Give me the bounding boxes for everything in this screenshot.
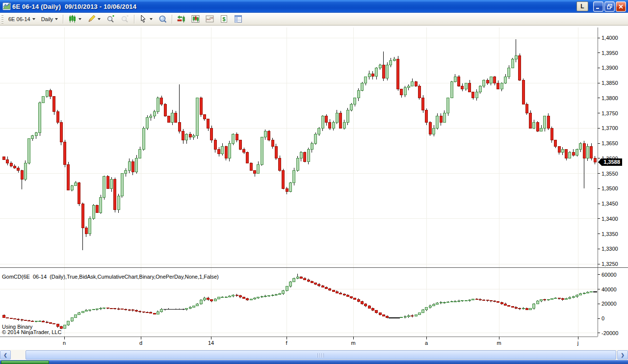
pencil-icon xyxy=(87,15,96,23)
chart-overview-button[interactable] xyxy=(203,14,217,25)
svg-text:a: a xyxy=(425,340,428,346)
drawing-tools-button[interactable] xyxy=(84,14,104,25)
svg-text:j: j xyxy=(577,340,578,346)
market-analyzer-button[interactable] xyxy=(188,14,203,25)
instrument-label: 6E 06-14 xyxy=(8,16,30,22)
toolbar-separator xyxy=(134,15,134,24)
chart-window: 6E 06-14 (Daily) 09/10/2013 - 10/06/2014… xyxy=(0,0,628,364)
last-price-tag: 1,3588 xyxy=(598,158,622,166)
close-button[interactable] xyxy=(616,1,626,12)
chart-canvas[interactable]: 1,40001,39501,39001,38501,38001,37501,37… xyxy=(0,26,628,349)
svg-text:1,3550: 1,3550 xyxy=(602,171,618,177)
data-box-magnifier-icon xyxy=(158,15,167,23)
svg-text:20000: 20000 xyxy=(602,301,617,307)
scroll-right-button[interactable]: ❯ xyxy=(617,350,628,360)
minimize-button[interactable] xyxy=(593,1,603,12)
scrollbar-grip xyxy=(317,353,325,358)
chart-style-button[interactable] xyxy=(65,14,84,25)
properties-grid-icon xyxy=(234,15,242,23)
svg-text:14: 14 xyxy=(208,340,214,346)
chart-area: 1,40001,39501,39001,38501,38001,37501,37… xyxy=(0,26,628,349)
svg-text:1,3900: 1,3900 xyxy=(602,65,618,71)
zoom-out-icon xyxy=(121,15,129,23)
link-window-button[interactable]: L xyxy=(576,1,588,11)
connection-status-indicator xyxy=(1,361,49,364)
dollar-icon: $ xyxy=(220,15,228,23)
price-axis[interactable]: 1,40001,39501,39001,38501,38001,37501,37… xyxy=(0,27,628,337)
svg-text:1,3450: 1,3450 xyxy=(602,201,618,207)
chevron-left-icon: ❮ xyxy=(3,353,7,358)
svg-text:-20000: -20000 xyxy=(602,330,618,336)
svg-text:1,3850: 1,3850 xyxy=(602,80,618,86)
svg-text:1,3650: 1,3650 xyxy=(602,140,618,146)
candlestick-style-icon xyxy=(68,15,77,23)
scroll-left-button[interactable]: ❮ xyxy=(0,350,11,360)
chart-overview-icon xyxy=(206,15,214,23)
chevron-down-icon xyxy=(78,18,81,20)
svg-text:$: $ xyxy=(223,16,226,22)
svg-text:n: n xyxy=(63,340,66,346)
window-bottom-border xyxy=(0,360,628,364)
account-dollar-button[interactable]: $ xyxy=(217,14,231,25)
svg-text:m: m xyxy=(351,340,355,346)
horizontal-scrollbar[interactable]: ❮ ❯ xyxy=(0,349,628,360)
instrument-selector[interactable]: 6E 06-14 xyxy=(5,14,38,25)
market-analyzer-icon xyxy=(191,15,200,23)
svg-text:1,3350: 1,3350 xyxy=(602,231,618,237)
svg-text:1,3800: 1,3800 xyxy=(602,95,618,101)
svg-text:m: m xyxy=(497,340,501,346)
interval-label: Daily xyxy=(41,16,53,22)
chart-trader-icon xyxy=(177,15,185,23)
svg-text:1,3500: 1,3500 xyxy=(602,185,618,191)
svg-text:1,3250: 1,3250 xyxy=(602,261,618,267)
svg-text:1,3300: 1,3300 xyxy=(602,246,618,252)
time-axis[interactable]: nd14fmamj xyxy=(63,337,578,346)
chart-window-icon xyxy=(2,2,11,10)
svg-text:60000: 60000 xyxy=(602,272,617,278)
zoom-in-button[interactable] xyxy=(104,14,118,25)
zoom-out-button[interactable] xyxy=(118,14,132,25)
svg-text:1,3700: 1,3700 xyxy=(602,125,618,131)
restore-icon xyxy=(607,4,612,9)
svg-text:1,3750: 1,3750 xyxy=(602,110,618,116)
svg-text:1,3400: 1,3400 xyxy=(602,216,618,222)
chevron-down-icon xyxy=(150,18,153,20)
chevron-down-icon xyxy=(98,18,101,20)
minimize-icon xyxy=(596,4,601,9)
svg-text:0: 0 xyxy=(602,315,604,321)
svg-text:1,4000: 1,4000 xyxy=(602,35,618,41)
window-title: 6E 06-14 (Daily) 09/10/2013 - 10/06/2014 xyxy=(12,3,576,10)
close-icon xyxy=(618,4,624,9)
svg-text:f: f xyxy=(286,340,288,346)
cursor-tool-button[interactable] xyxy=(136,14,156,25)
svg-text:d: d xyxy=(139,340,142,346)
chevron-down-icon xyxy=(55,18,58,20)
cursor-pointer-icon xyxy=(139,15,148,23)
svg-text:1,3950: 1,3950 xyxy=(602,50,618,56)
indicator-panel-candles xyxy=(3,274,597,329)
titlebar[interactable]: 6E 06-14 (Daily) 09/10/2013 - 10/06/2014… xyxy=(0,0,628,13)
properties-grid-button[interactable] xyxy=(231,14,245,25)
svg-text:1,3588: 1,3588 xyxy=(603,159,620,165)
restore-button[interactable] xyxy=(604,1,615,12)
toolbar-separator xyxy=(172,15,172,24)
toolbar-grip[interactable] xyxy=(1,15,3,24)
interval-selector[interactable]: Daily xyxy=(38,14,61,25)
toolbar: 6E 06-14 Daily xyxy=(0,13,628,26)
zoom-in-icon xyxy=(106,15,115,23)
scrollbar-thumb[interactable] xyxy=(26,350,616,360)
chart-trader-button[interactable] xyxy=(174,14,188,25)
data-box-button[interactable] xyxy=(156,14,170,25)
chevron-right-icon: ❯ xyxy=(621,353,625,358)
svg-text:40000: 40000 xyxy=(602,286,617,292)
chevron-down-icon xyxy=(32,18,35,20)
toolbar-separator xyxy=(63,15,63,24)
